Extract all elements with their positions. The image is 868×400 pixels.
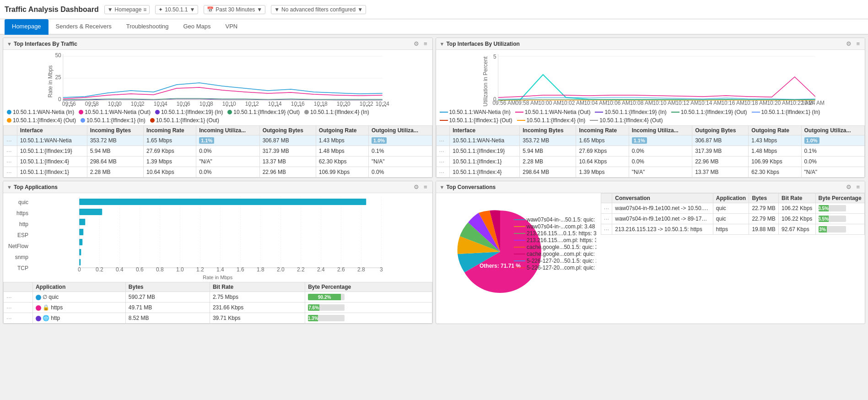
settings-icon-apps[interactable]: ⚙ bbox=[412, 183, 421, 191]
settings-icon-conv[interactable]: ⚙ bbox=[845, 183, 853, 191]
col-out-rate[interactable]: Outgoing Rate bbox=[749, 126, 801, 135]
col-interface[interactable]: Interface bbox=[17, 126, 87, 135]
col-bytepct[interactable]: Byte Percentage bbox=[815, 194, 864, 203]
row-menu-icon[interactable]: ··· bbox=[439, 168, 445, 176]
table-row[interactable]: ··· 10.50.1.1:{IfIndex:19} 5.94 MB 27.69… bbox=[436, 146, 865, 157]
row-menu-icon[interactable]: ··· bbox=[604, 226, 609, 233]
table-row[interactable]: ··· 🌐 http 8.52 MB 39.71 Kbps 1.3% bbox=[4, 313, 432, 324]
table-row[interactable]: ··· 213.216.115.123 -> 10.50.1.5: https … bbox=[601, 224, 865, 235]
table-row[interactable]: ··· waw07s04-in-f9.1e100.net -> 89-171-3… bbox=[601, 214, 865, 224]
table-row[interactable]: ··· 10.50.1.1:{IfIndex:19} 5.94 MB 27.69… bbox=[4, 146, 432, 157]
pct-bar-https: 7.6% bbox=[308, 304, 345, 311]
table-row[interactable]: ··· 10.50.1.1:{IfIndex:4} 298.64 MB 1.39… bbox=[436, 167, 865, 178]
tab-senders-receivers[interactable]: Senders & Receivers bbox=[49, 19, 119, 35]
collapse-icon-apps[interactable]: ▼ bbox=[7, 184, 12, 190]
menu-icon-apps[interactable]: ≡ bbox=[422, 183, 429, 191]
col-bytepct[interactable]: Byte Percentage bbox=[305, 282, 432, 292]
col-out-bytes[interactable]: Outgoing Bytes bbox=[259, 126, 316, 135]
bar-tcp[interactable] bbox=[79, 259, 81, 265]
table-row[interactable]: ··· ∅ quic 590.27 MB 2.75 Mbps 90.2% bbox=[4, 292, 432, 303]
col-in-util[interactable]: Incoming Utiliza... bbox=[629, 126, 692, 135]
util-legend-5[interactable]: 10.50.1.1:{IfIndex:1} (In) bbox=[752, 109, 820, 115]
tab-vpn[interactable]: VPN bbox=[218, 19, 245, 35]
legend-item-8[interactable]: 10.50.1.1:{IfIndex:1} (Out) bbox=[150, 117, 219, 124]
col-in-rate[interactable]: Incoming Rate bbox=[576, 126, 629, 135]
col-conv[interactable]: Conversation bbox=[612, 194, 713, 203]
util-legend-2[interactable]: 10.50.1.1:WAN-Netia (Out) bbox=[515, 109, 591, 115]
menu-icon-util[interactable]: ≡ bbox=[855, 40, 861, 48]
collapse-icon-conv[interactable]: ▼ bbox=[440, 184, 445, 190]
table-row[interactable]: ··· 10.50.1.1:{IfIndex:1} 2.28 MB 10.64 … bbox=[4, 167, 432, 178]
legend-item-6[interactable]: 10.50.1.1:{IfIndex:4} (Out) bbox=[7, 117, 76, 124]
util-legend-7[interactable]: 10.50.1.1:{IfIndex:4} (In) bbox=[517, 117, 586, 124]
col-app[interactable]: Application bbox=[32, 282, 125, 292]
bar-esp[interactable] bbox=[79, 229, 83, 235]
row-menu-icon[interactable]: ··· bbox=[6, 304, 12, 311]
time-range-dropdown[interactable]: 📅 Past 30 Minutes ▼ bbox=[204, 5, 265, 14]
homepage-dropdown[interactable]: ▼ Homepage ≡ bbox=[104, 5, 150, 14]
collapse-icon-traffic[interactable]: ▼ bbox=[7, 41, 12, 47]
col-app[interactable]: Application bbox=[713, 194, 749, 203]
legend-item-5[interactable]: 10.50.1.1:{IfIndex:4} (In) bbox=[304, 109, 369, 115]
col-bytes[interactable]: Bytes bbox=[749, 194, 779, 203]
util-legend-6[interactable]: 10.50.1.1:{IfIndex:1} (Out) bbox=[440, 117, 512, 124]
bar-quic[interactable] bbox=[79, 199, 366, 205]
legend-item-3[interactable]: 10.50.1.1:{IfIndex:19} (In) bbox=[155, 109, 223, 115]
row-menu-icon[interactable]: ··· bbox=[439, 147, 445, 155]
bar-x-axis-title: Rate in Mbps bbox=[3, 274, 432, 282]
col-bitrate[interactable]: Bit Rate bbox=[210, 282, 305, 292]
row-menu-icon[interactable]: ··· bbox=[6, 168, 12, 176]
col-interface[interactable]: Interface bbox=[450, 126, 520, 135]
bar-https[interactable] bbox=[79, 209, 102, 215]
table-row[interactable]: ··· 10.50.1.1:{IfIndex:1} 2.28 MB 10.64 … bbox=[436, 157, 865, 167]
col-bytes[interactable]: Bytes bbox=[125, 282, 210, 292]
tab-geo-maps[interactable]: Geo Maps bbox=[176, 19, 218, 35]
col-out-bytes[interactable]: Outgoing Bytes bbox=[692, 126, 749, 135]
util-legend-4[interactable]: 10.50.1.1:{IfIndex:19} (Out) bbox=[671, 109, 747, 115]
col-bitrate[interactable]: Bit Rate bbox=[778, 194, 815, 203]
row-menu-icon[interactable]: ··· bbox=[6, 314, 12, 322]
tab-troubleshooting[interactable]: Troubleshooting bbox=[119, 19, 176, 35]
row-menu-icon[interactable]: ··· bbox=[604, 215, 609, 222]
col-out-rate[interactable]: Outgoing Rate bbox=[316, 126, 368, 135]
bar-http[interactable] bbox=[79, 219, 85, 225]
row-menu-icon[interactable]: ··· bbox=[604, 205, 609, 212]
util-legend-1[interactable]: 10.50.1.1:WAN-Netia (In) bbox=[440, 109, 511, 115]
settings-icon-util[interactable]: ⚙ bbox=[845, 40, 853, 48]
table-row[interactable]: ··· 10.50.1.1:{IfIndex:4} 298.64 MB 1.39… bbox=[4, 157, 432, 167]
table-row[interactable]: ··· 10.50.1.1:WAN-Netia 353.72 MB 1.65 M… bbox=[436, 135, 865, 146]
table-row[interactable]: ··· 10.50.1.1:WAN-Netia 353.72 MB 1.65 M… bbox=[4, 135, 432, 146]
legend-item-4[interactable]: 10.50.1.1:{IfIndex:19} (Out) bbox=[227, 109, 300, 115]
bar-netflow[interactable] bbox=[79, 239, 82, 245]
settings-icon-traffic[interactable]: ⚙ bbox=[412, 40, 421, 48]
legend-item-7[interactable]: 10.50.1.1:{IfIndex:1} (In) bbox=[81, 117, 146, 124]
table-row[interactable]: ··· waw07s04-in-f9.1e100.net -> 10.50.1.… bbox=[601, 203, 865, 214]
table-row[interactable]: ··· 🔒 https 49.71 MB 231.66 Kbps 7.6% bbox=[4, 303, 432, 313]
row-menu-icon[interactable]: ··· bbox=[6, 158, 12, 165]
col-in-util[interactable]: Incoming Utiliza... bbox=[196, 126, 259, 135]
collapse-icon-util[interactable]: ▼ bbox=[440, 41, 445, 47]
row-menu-icon[interactable]: ··· bbox=[6, 293, 12, 301]
tab-homepage[interactable]: Homepage bbox=[5, 19, 49, 35]
row-menu-icon[interactable]: ··· bbox=[439, 158, 445, 165]
col-out-util[interactable]: Outgoing Utiliza... bbox=[801, 126, 865, 135]
util-legend-3[interactable]: 10.50.1.1:{IfIndex:19} (In) bbox=[595, 109, 666, 115]
col-in-rate[interactable]: Incoming Rate bbox=[143, 126, 196, 135]
legend-item-2[interactable]: 10.50.1.1:WAN-Netia (Out) bbox=[79, 109, 151, 115]
main-content: ▼ Top Interfaces By Traffic ⚙ ≡ 50 25 0 bbox=[0, 35, 868, 327]
row-menu-icon[interactable]: ··· bbox=[6, 147, 12, 155]
util-table: Interface Incoming Bytes Incoming Rate I… bbox=[436, 125, 865, 178]
svg-text:10:18 AM: 10:18 AM bbox=[744, 100, 767, 106]
util-legend-8[interactable]: 10.50.1.1:{IfIndex:4} (Out) bbox=[590, 117, 663, 124]
menu-icon-traffic[interactable]: ≡ bbox=[422, 40, 429, 48]
col-out-util[interactable]: Outgoing Utiliza... bbox=[369, 126, 432, 135]
ip-dropdown[interactable]: ✦ 10.50.1.1 ▼ bbox=[155, 5, 198, 14]
col-in-bytes[interactable]: Incoming Bytes bbox=[87, 126, 143, 135]
filters-dropdown[interactable]: ▼ No advanced filters configured ▼ bbox=[271, 5, 366, 14]
legend-item-1[interactable]: 10.50.1.1:WAN-Netia (In) bbox=[7, 109, 74, 115]
menu-icon-conv[interactable]: ≡ bbox=[855, 183, 861, 191]
bar-snmp[interactable] bbox=[79, 249, 81, 255]
col-in-bytes[interactable]: Incoming Bytes bbox=[520, 126, 576, 135]
row-menu-icon[interactable]: ··· bbox=[439, 137, 445, 144]
row-menu-icon[interactable]: ··· bbox=[6, 137, 12, 144]
